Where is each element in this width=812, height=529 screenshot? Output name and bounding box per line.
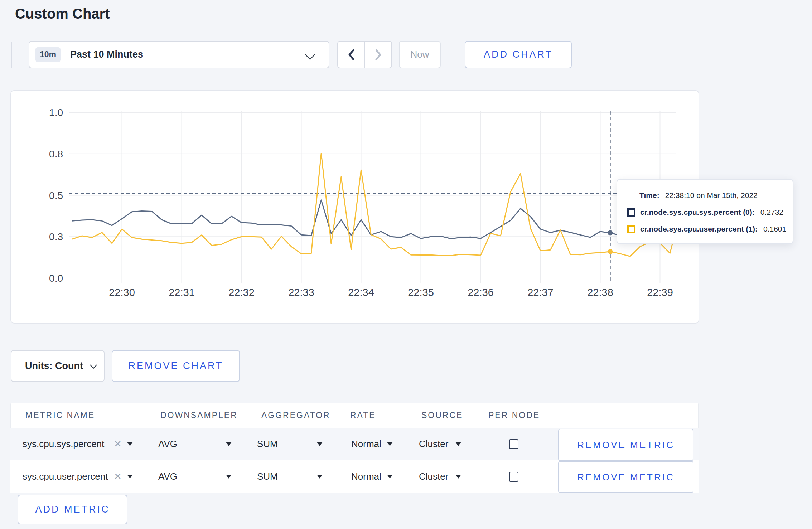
source-select[interactable]: Cluster [419, 428, 448, 460]
chart-tooltip: Time: 22:38:10 on Mar 15th, 2022 cr.node… [617, 179, 793, 244]
add-chart-button[interactable]: ADD CHART [465, 41, 572, 68]
chevron-right-icon [374, 48, 382, 61]
col-header-source: SOURCE [421, 403, 463, 428]
metric-name-cell[interactable]: sys.cpu.sys.percent [23, 428, 104, 460]
prev-range-button[interactable] [338, 42, 365, 68]
time-range-selector[interactable]: 10m Past 10 Minutes [29, 41, 329, 68]
tooltip-series-row: cr.node.sys.cpu.sys.percent (0): 0.2732 [627, 205, 783, 219]
chart-card [10, 90, 699, 324]
add-metric-button[interactable]: ADD METRIC [18, 495, 127, 524]
metric-name-cell[interactable]: sys.cpu.user.percent [23, 460, 108, 493]
aggregator-dropdown-icon[interactable] [317, 428, 323, 460]
downsampler-select[interactable]: AVG [158, 428, 177, 460]
aggregator-dropdown-icon[interactable] [317, 460, 323, 493]
rate-dropdown-icon[interactable] [387, 460, 393, 493]
aggregator-select[interactable]: SUM [257, 428, 278, 460]
remove-chart-button[interactable]: REMOVE CHART [112, 350, 240, 382]
tooltip-time-label: Time: [639, 191, 659, 200]
aggregator-select[interactable]: SUM [257, 460, 278, 493]
metric-dropdown-icon[interactable] [127, 428, 133, 460]
now-button[interactable]: Now [399, 41, 441, 68]
tooltip-series-value: 0.1601 [763, 225, 786, 233]
rate-select[interactable]: Normal [351, 428, 381, 460]
tooltip-time-value: 22:38:10 on Mar 15th, 2022 [665, 191, 758, 200]
clear-metric-icon[interactable]: ✕ [114, 428, 122, 460]
col-header-rate: RATE [350, 403, 376, 428]
rate-select[interactable]: Normal [351, 460, 381, 493]
chevron-left-icon [347, 48, 356, 61]
source-dropdown-icon[interactable] [455, 428, 461, 460]
tooltip-series-row: cr.node.sys.cpu.user.percent (1): 0.1601 [627, 222, 786, 236]
units-dropdown[interactable]: Units: Count [11, 350, 105, 382]
col-header-per-node: PER NODE [488, 403, 540, 428]
toolbar-divider [11, 42, 12, 68]
col-header-metric-name: METRIC NAME [25, 403, 95, 428]
rate-dropdown-icon[interactable] [387, 428, 393, 460]
series-color-swatch [627, 225, 635, 233]
per-node-checkbox[interactable] [509, 472, 518, 482]
chevron-down-icon [305, 50, 315, 60]
metric-dropdown-icon[interactable] [127, 460, 133, 493]
tooltip-series-label: cr.node.sys.cpu.user.percent (1): [640, 225, 758, 233]
tooltip-series-value: 0.2732 [760, 208, 783, 217]
per-node-checkbox[interactable] [509, 439, 518, 449]
source-select[interactable]: Cluster [419, 460, 448, 493]
units-label: Units: Count [25, 360, 83, 372]
clear-metric-icon[interactable]: ✕ [114, 460, 122, 493]
downsampler-select[interactable]: AVG [158, 460, 177, 493]
page-title: Custom Chart [15, 6, 110, 22]
downsampler-dropdown-icon[interactable] [226, 460, 232, 493]
col-header-downsampler: DOWNSAMPLER [160, 403, 238, 428]
time-range-label: Past 10 Minutes [70, 49, 143, 60]
time-range-badge: 10m [35, 47, 61, 62]
downsampler-dropdown-icon[interactable] [226, 428, 232, 460]
source-dropdown-icon[interactable] [455, 460, 461, 493]
remove-metric-button[interactable]: REMOVE METRIC [558, 429, 693, 461]
time-nav-arrows [337, 41, 392, 68]
tooltip-series-label: cr.node.sys.cpu.sys.percent (0): [640, 208, 755, 217]
series-color-swatch [627, 208, 635, 217]
chevron-down-icon [90, 361, 97, 369]
tooltip-time-row: Time: 22:38:10 on Mar 15th, 2022 [639, 188, 758, 203]
remove-metric-button[interactable]: REMOVE METRIC [558, 461, 693, 493]
next-range-button[interactable] [365, 42, 392, 68]
col-header-aggregator: AGGREGATOR [261, 403, 330, 428]
